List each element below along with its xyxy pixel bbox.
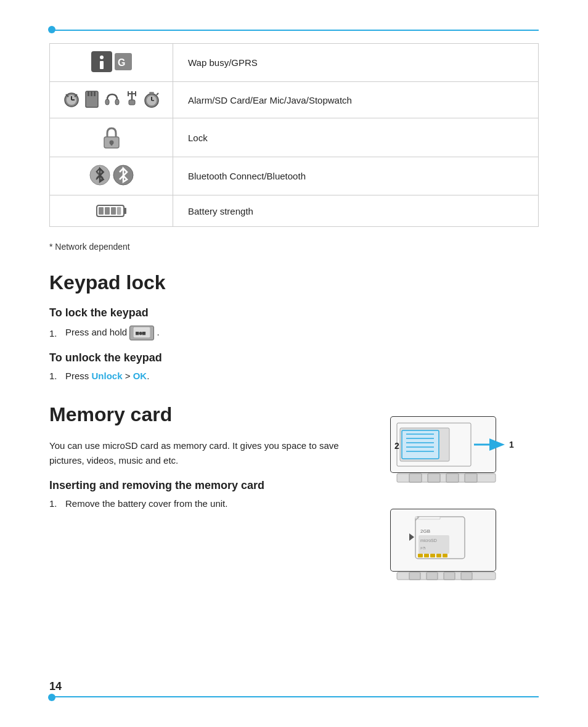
step-number: 1. [49,328,62,339]
svg-text:■●■: ■●■ [136,330,146,336]
svg-rect-36 [124,208,126,214]
lock-icon [101,126,122,149]
memory-diagrams: 2 1 [378,398,539,592]
battery-icon [96,203,127,219]
keypad-button-icon: ■●■ [129,326,154,340]
svg-text:G: G [118,57,125,68]
diagram-2: 2GB microSD היו [378,503,539,592]
svg-rect-38 [105,207,110,215]
memory-card-title: Memory card [49,403,360,426]
svg-text:microSD: microSD [420,538,437,543]
svg-point-1 [100,55,104,59]
svg-text:1: 1 [509,440,514,450]
ok-button[interactable]: OK [133,371,147,381]
page-container: G Wap busy/GPRS [0,0,588,727]
memory-card-section: Memory card You can use microSD card as … [49,398,539,592]
svg-text:היו: היו [420,546,426,550]
wap-icon [91,51,112,72]
svg-rect-40 [117,207,121,215]
insert-step-1: 1. Remove the battery cover from the uni… [49,498,360,509]
svg-text:2GB: 2GB [420,528,430,534]
table-row: Bluetooth Connect/Bluetooth [50,157,539,195]
lock-steps: 1. Press and hold ■●■ . [49,326,539,340]
table-row: Alarm/SD Card/Ear Mic/Java/Stopwatch [50,82,539,118]
svg-rect-79 [427,572,438,580]
svg-rect-71 [418,554,423,557]
lock-desc: Lock [173,118,539,157]
alarm-sd-icons [62,89,161,109]
table-row: Battery strength [50,195,539,227]
svg-rect-37 [99,207,104,215]
battery-desc: Battery strength [173,195,539,227]
network-note: * Network dependent [49,242,539,252]
table-row: G Wap busy/GPRS [50,44,539,82]
svg-rect-26 [149,92,154,94]
unlock-keypad-subtitle: To unlock the keypad [49,351,539,364]
svg-rect-60 [446,474,459,482]
keypad-lock-title: Keypad lock [49,271,539,294]
svg-rect-72 [424,554,429,557]
wap-gprs-desc: Wap busy/GPRS [173,44,539,82]
svg-rect-39 [111,207,116,215]
step-number: 1. [49,371,62,381]
status-icons-table: G Wap busy/GPRS [49,43,539,227]
svg-rect-14 [94,91,96,96]
svg-rect-2 [100,61,104,69]
svg-text:2: 2 [394,441,399,451]
svg-rect-80 [444,572,455,580]
icon-cell [50,195,173,227]
svg-rect-12 [88,91,89,96]
svg-line-27 [157,93,158,95]
page-number: 14 [49,680,62,693]
svg-rect-30 [110,142,112,146]
card-insertion-diagram: 2 1 [378,405,526,491]
svg-marker-54 [489,438,505,451]
table-row: Lock [50,118,539,157]
lock-keypad-subtitle: To lock the keypad [49,306,539,319]
main-content: G Wap busy/GPRS [49,0,539,592]
unlock-steps: 1. Press Unlock > OK. [49,371,539,381]
svg-rect-75 [443,554,447,557]
icon-cell [50,157,173,195]
sd-card-icon [83,90,100,109]
svg-rect-13 [91,91,92,96]
svg-rect-58 [409,474,422,482]
icon-cell [50,118,173,157]
svg-rect-74 [436,554,441,557]
svg-rect-73 [430,554,435,557]
unlock-step-1: 1. Press Unlock > OK. [49,371,539,381]
sd-card-detail-diagram: 2GB microSD היו [378,503,526,589]
java-icon [124,90,140,109]
bluetooth-icons [89,165,134,186]
svg-rect-16 [115,99,119,105]
unlock-link[interactable]: Unlock [92,371,123,381]
memory-text-area: Memory card You can use microSD card as … [49,398,360,592]
svg-rect-59 [428,474,440,482]
svg-rect-15 [105,99,109,105]
bottom-dot [48,694,55,701]
unlock-step-text: Press Unlock > OK. [65,371,149,381]
diagram-1: 2 1 [378,405,539,493]
lock-step-text: Press and hold ■●■ . [65,326,160,340]
svg-rect-18 [129,100,135,105]
insert-steps: 1. Remove the battery cover from the uni… [49,498,360,509]
alarm-sd-desc: Alarm/SD Card/Ear Mic/Java/Stopwatch [173,82,539,118]
bluetooth-desc: Bluetooth Connect/Bluetooth [173,157,539,195]
bottom-line [49,696,539,697]
top-line [49,30,539,31]
memory-card-body: You can use microSD card as memory card.… [49,438,345,468]
ear-mic-icon [103,90,121,109]
stopwatch-icon [142,89,161,109]
wap-gprs-icon-group: G [91,51,132,72]
lock-step-1: 1. Press and hold ■●■ . [49,326,539,340]
svg-rect-61 [465,474,477,482]
bluetooth-icon [113,165,134,186]
inserting-removing-subtitle: Inserting and removing the memory card [49,479,360,492]
svg-rect-47 [402,430,439,459]
icon-cell [50,82,173,118]
bluetooth-connect-icon [89,165,110,186]
icon-cell: G [50,44,173,82]
step-number: 1. [49,498,62,509]
alarm-icon [62,90,81,109]
svg-rect-81 [461,572,472,580]
